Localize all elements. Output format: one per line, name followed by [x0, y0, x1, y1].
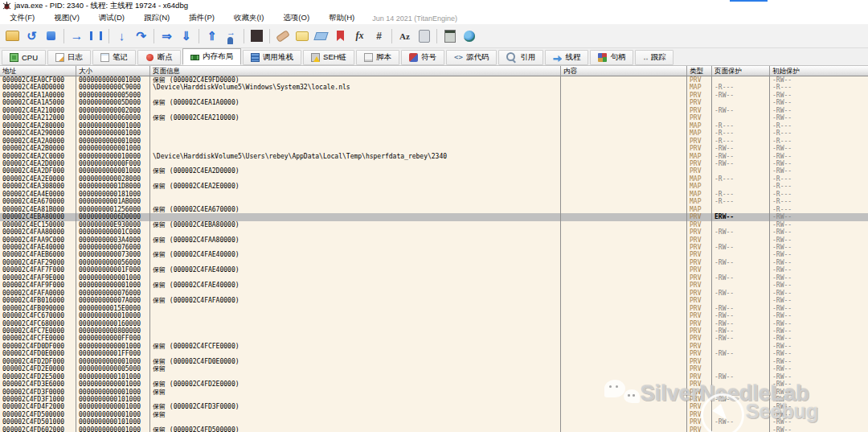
memory-row[interactable]: 000002C4FAF7F000000000000001F000保留 (0000… — [0, 266, 868, 274]
memory-row[interactable]: 000002C4EA2120000000000000060000保留 (0000… — [0, 114, 868, 121]
step-into-button[interactable] — [113, 27, 131, 45]
memory-row[interactable]: 000002C4FD3F00000000000000001000保留PRV-RW… — [0, 389, 868, 396]
memory-row[interactable]: 000002C4FAEB60000000000000073000保留 (0000… — [0, 251, 868, 258]
column-header-3[interactable]: 内容 — [561, 66, 687, 76]
column-header-0[interactable]: 地址 — [0, 66, 76, 76]
menu-item-1[interactable]: 文件(F) — [0, 13, 44, 23]
column-header-2[interactable]: 页面信息 — [150, 66, 561, 76]
pause-button[interactable] — [87, 27, 105, 45]
memory-row[interactable]: 000002C4EA2B00000000000000001000PRV-RW--… — [0, 145, 868, 152]
tab-script[interactable]: 脚本 — [356, 50, 399, 65]
globe-button[interactable] — [460, 27, 478, 45]
tab-handles[interactable]: 句柄 — [590, 50, 633, 65]
memory-row[interactable]: 000002C4FD3F10000000000000101000PRV-RW--… — [0, 396, 868, 403]
memory-row[interactable]: 000002C4EA0D000000000000000C9000\Device\… — [0, 84, 868, 91]
comment-button[interactable] — [293, 27, 311, 45]
memory-row[interactable]: 000002C4FD6020000000000000001000保留 (0000… — [0, 426, 868, 432]
step-out-button[interactable] — [203, 27, 221, 45]
tab-memory-map[interactable]: 内存布局 — [182, 48, 241, 65]
memory-row[interactable]: 000002C4FAF290000000000000056000PRV-RW--… — [0, 259, 868, 266]
menu-item-7[interactable]: 选项(O) — [273, 13, 319, 23]
seh-button[interactable] — [248, 27, 266, 45]
attach-user-button[interactable] — [222, 27, 240, 45]
memory-row[interactable]: 000002C4FAA80000000000000001C000PRV-RW--… — [0, 228, 868, 236]
memory-row[interactable]: 000002C4EA2C00000000000000010000\Device\… — [0, 153, 868, 160]
memory-row[interactable]: 000002C4FB09000000000000015E0000PRV-RW--… — [0, 305, 868, 312]
tab-cpu[interactable]: CPU — [2, 50, 46, 65]
column-header-4[interactable]: 类型 — [687, 66, 712, 76]
detach-button[interactable] — [415, 27, 433, 45]
restart-button[interactable] — [23, 27, 41, 45]
memory-row[interactable]: 000002C4FC7E00000000000000800000PRV-RW--… — [0, 327, 868, 335]
memory-row[interactable]: 000002C4FD0E000000000000001FF000PRV-RW--… — [0, 350, 868, 357]
memory-row[interactable]: 000002C4FAFA00000000000000076000PRV-RW--… — [0, 290, 868, 297]
patch-button[interactable] — [273, 27, 292, 45]
skip-button[interactable] — [177, 27, 195, 45]
memory-row[interactable]: 000002C4EA2D0000000000000000F000PRV-RW--… — [0, 160, 868, 167]
memory-row[interactable]: 000002C4EA4E00000000000000181000MAP-R---… — [0, 191, 868, 198]
memory-row[interactable]: 000002C4EA1A00000000000000005000PRV-RW--… — [0, 92, 868, 99]
tab-source[interactable]: 源代码 — [446, 50, 497, 65]
function-button[interactable] — [350, 27, 369, 45]
run-button[interactable] — [68, 27, 86, 45]
memory-row[interactable]: 000002C4FAF9F0000000000000001000保留 (0000… — [0, 282, 868, 289]
tab-references[interactable]: 引用 — [498, 50, 543, 65]
tab-seh-chain[interactable]: SEH链 — [303, 50, 354, 65]
memory-row[interactable]: 000002C4FAE400000000000000076000PRV-RW--… — [0, 244, 868, 251]
tab-breakpoint[interactable]: 断点 — [137, 50, 181, 65]
execute-till-return-button[interactable] — [158, 27, 176, 45]
memory-row[interactable]: 000002C4EBA8000000000000006D0000PRVERW--… — [0, 213, 868, 220]
memory-row[interactable]: 000002C4EA0CF0000000000000001000保留 (0000… — [0, 76, 868, 84]
memory-row[interactable]: 000002C4EA81B0000000000001256000保留 (0000… — [0, 206, 868, 213]
bookmark-button[interactable] — [331, 27, 350, 45]
column-header-5[interactable]: 页面保护 — [712, 66, 770, 76]
memory-row[interactable]: 000002C4FD4F20000000000000001000保留 (0000… — [0, 403, 868, 410]
calculator-button[interactable] — [440, 27, 459, 45]
memory-row[interactable]: 000002C4FD5010000000000000101000PRV-RW--… — [0, 418, 868, 426]
menu-item-5[interactable]: 插件(P) — [179, 13, 224, 23]
memory-row[interactable]: 000002C4EA67000000000000001AB000MAP-R---… — [0, 198, 868, 205]
memory-row[interactable]: 000002C4FD5000000000000000001000保留PRV-RW… — [0, 411, 868, 418]
memory-row[interactable]: 000002C4EC150000000000000E930000保留 (0000… — [0, 221, 868, 228]
tab-symbols[interactable]: 符号 — [401, 50, 444, 65]
tab-call-stack[interactable]: 调用堆栈 — [243, 50, 301, 65]
tab-threads[interactable]: 线程 — [545, 50, 588, 65]
column-header-6[interactable]: 初始保护 — [770, 66, 868, 76]
memory-map-body[interactable]: 000002C4EA0CF0000000000000001000保留 (0000… — [0, 76, 868, 432]
hash-button[interactable] — [370, 27, 388, 45]
memory-row[interactable]: 000002C4FAF9E0000000000000001000PRV-RW--… — [0, 274, 868, 282]
memory-row[interactable]: 000002C4FC6800000000000000160000PRV-RW--… — [0, 320, 868, 327]
memory-row[interactable]: 000002C4FD3E60000000000000001000保留 (0000… — [0, 381, 868, 388]
stop-button[interactable] — [42, 27, 60, 45]
memory-row[interactable]: 000002C4FD0DF0000000000000001000保留 (0000… — [0, 343, 868, 350]
step-over-button[interactable] — [132, 27, 150, 45]
memory-row[interactable]: 000002C4EA2A00000000000000001000PRV-R---… — [0, 138, 868, 145]
menu-item-3[interactable]: 调试(D) — [89, 13, 134, 23]
memory-row[interactable]: 000002C4FD2DF0000000000000001000保留 (0000… — [0, 358, 868, 365]
memory-row[interactable]: 000002C4EA2DF0000000000000001000保留 (0000… — [0, 167, 868, 175]
memory-row[interactable]: 000002C4FCFE000000000000000FF000PRV-RW--… — [0, 335, 868, 342]
menu-item-2[interactable]: 视图(V) — [44, 13, 89, 23]
tab-notes[interactable]: 笔记 — [92, 50, 136, 65]
tab-log[interactable]: 日志 — [47, 50, 91, 65]
memory-row[interactable]: 000002C4EA1A5000000000000005D000保留 (0000… — [0, 99, 868, 106]
memory-row[interactable]: 000002C4EA2800000000000000001000MAP-R---… — [0, 122, 868, 130]
memory-row[interactable]: 000002C4FAA9C00000000000003A4000保留 (0000… — [0, 237, 868, 244]
menu-item-4[interactable]: 跟踪(N) — [134, 13, 179, 23]
menu-item-6[interactable]: 收藏夹(I) — [224, 13, 273, 23]
memory-row[interactable]: 000002C4FD2E00000000000000005000保留PRV-RW… — [0, 365, 868, 372]
memory-row[interactable]: 000002C4FD2E50000000000000101000PRV-RW--… — [0, 373, 868, 381]
tab-trace[interactable]: 跟踪 — [635, 50, 674, 65]
memory-row[interactable]: 000002C4EA2100000000000000002000PRV-RW--… — [0, 107, 868, 114]
strings-button[interactable] — [395, 27, 414, 45]
memory-row[interactable]: 000002C4FB016000000000000007A000保留 (0000… — [0, 297, 868, 304]
memory-row[interactable]: 000002C4FC6700000000000000010000PRV-RW--… — [0, 312, 868, 319]
column-header-1[interactable]: 大小 — [76, 66, 150, 76]
memory-row[interactable]: 000002C4EA30800000000000001D8000保留 (0000… — [0, 183, 868, 190]
menu-item-8[interactable]: 帮助(H) — [319, 13, 364, 23]
label-button[interactable] — [312, 27, 330, 45]
open-file-button[interactable] — [3, 27, 22, 45]
memory-row[interactable]: 000002C4EA2900000000000000001000MAP-R---… — [0, 130, 868, 137]
memory-map-header-row: 地址大小页面信息内容类型页面保护初始保护 — [0, 66, 868, 76]
memory-row[interactable]: 000002C4EA2E00000000000000028000MAP-R---… — [0, 175, 868, 183]
